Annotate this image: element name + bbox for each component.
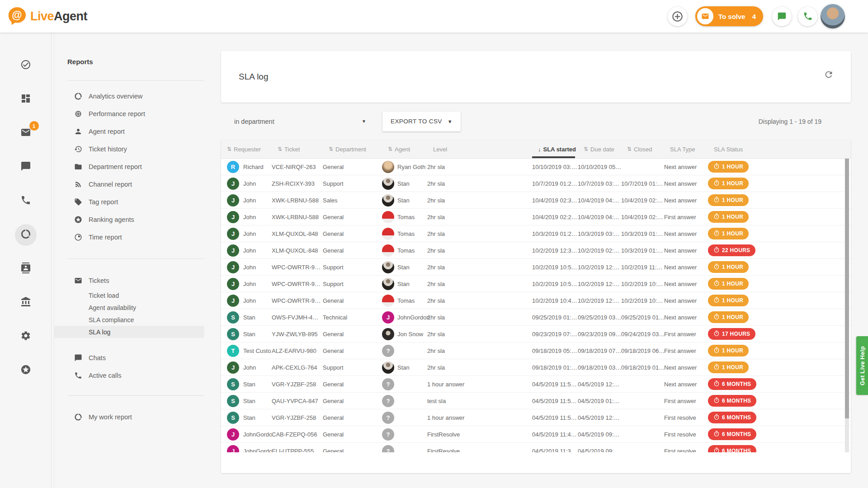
scrollbar-thumb[interactable] [845,159,849,418]
cell-level: 2hr sla [427,247,532,254]
cell-due-date: 10/2/2019 12:… [578,281,621,287]
rail-item-company[interactable] [15,292,37,314]
cell-ticket: ELI-UTPPP-555 [272,448,323,453]
refresh-button[interactable] [821,67,836,82]
column-header-sla-type[interactable]: SLA Type [664,140,708,158]
sidebar-item-agent-report[interactable]: Agent report [54,122,204,140]
column-header-ticket[interactable]: ⇅Ticket [272,140,323,158]
cell-sla-type: Next answer [664,247,708,254]
rail-item-settings[interactable] [15,326,37,347]
divider [67,258,204,259]
sla-status-badge: 22 HOURS [708,244,755,256]
cell-sla-type: First resolve [664,414,708,421]
table-row[interactable]: JJohnXLM-QUXOL-848GeneralTomas2hr sla10/… [221,242,851,259]
table-row[interactable]: JJohnGordoELI-UTPPP-555General?FirstReso… [221,443,851,452]
sidebar-item-channel-report[interactable]: Channel report [54,175,204,193]
sidebar-item-chats[interactable]: Chats [54,349,204,366]
column-header-due-date[interactable]: ⇅Due date [578,140,621,158]
call-button[interactable] [798,7,817,26]
sidebar-item-tickets[interactable]: Tickets [54,272,204,289]
table-row[interactable]: JJohnXWK-LRBNU-588GeneralTomas2hr sla10/… [221,209,851,225]
column-header-agent[interactable]: ⇅Agent [382,140,427,158]
sla-status-badge: 1 HOUR [708,178,749,189]
sidebar-item-analytics-overview[interactable]: Analytics overview [54,87,204,105]
cell-sla-status: 1 HOUR [708,295,851,306]
sidebar-item-active-calls[interactable]: Active calls [54,366,204,384]
rail-item-calls[interactable] [15,190,37,212]
chat-button[interactable] [772,7,792,26]
user-avatar[interactable] [821,4,845,28]
requester-avatar: S [227,328,239,340]
table-row[interactable]: JJohnXLM-QUXOL-848GeneralTomas2hr sla10/… [221,225,851,242]
cell-sla-type: Next answer [664,281,708,287]
rail-item-resolve[interactable] [15,55,37,76]
cell-requester: SStan [221,412,272,424]
column-header-department[interactable]: ⇅Department [323,140,382,158]
column-header-closed[interactable]: ⇅Closed [621,140,664,158]
timer-icon [713,197,720,204]
export-csv-button[interactable]: EXPORT TO CSV ▼ [382,112,461,131]
sidebar-item-time-report[interactable]: Time report [54,228,204,246]
rail-item-contacts[interactable] [15,258,37,280]
agent-avatar [382,228,394,240]
cell-sla-status: 1 HOUR [708,361,851,373]
cell-ticket: WPC-OWRTR-9… [272,297,323,304]
cell-department: General [323,331,382,338]
sidebar-item-ranking-agents[interactable]: Ranking agents [54,211,204,228]
agent-avatar [382,244,394,257]
table-row[interactable]: SStanYJW-ZWLYB-895GeneralJon Snow2hr sla… [221,326,851,343]
department-filter-select[interactable]: in department ▼ [234,118,366,125]
cell-requester: JJohn [221,211,272,223]
cell-due-date: 04/5/2019 12:… [578,381,621,388]
rail-item-favorites[interactable] [15,360,37,381]
requester-avatar: R [227,161,239,173]
sidebar-item-performance-report[interactable]: Performance report [54,105,204,122]
chevron-down-icon: ▼ [362,119,366,124]
table-row[interactable]: SStanVGR-YJZBF-258General?1 hour answer0… [221,376,851,393]
cell-department: General [323,347,382,354]
rail-item-reports[interactable] [15,224,37,246]
dashboard-icon [20,93,31,106]
column-header-level[interactable]: Level [427,140,532,158]
sidebar-item-agent-availability[interactable]: Agent availability [54,301,204,314]
rail-item-dashboard[interactable] [15,89,37,110]
table-row[interactable]: SStanQAU-YVPCA-847General?test sla04/5/2… [221,393,851,409]
table-row[interactable]: SStanOWS-FVJMH-4…TechnicalJJohnGordon2hr… [221,309,851,326]
sidebar-item-sla-log[interactable]: SLA log [54,326,204,338]
toolbar: in department ▼ EXPORT TO CSV ▼ Displayi… [221,103,851,140]
column-header-sla-status[interactable]: SLA Status [708,140,851,158]
cell-sla-status: 6 MONTHS [708,445,851,452]
cell-department: General [323,247,382,254]
rail-item-tickets[interactable]: 1 [15,122,37,144]
table-row[interactable]: JJohnGordoCAB-FZEPQ-056General?FirstReso… [221,426,851,443]
cell-requester: SStan [221,328,272,340]
table-row[interactable]: JJohnWPC-OWRTR-9…GeneralTomas2hr sla10/2… [221,292,851,309]
sidebar-item-ticket-load[interactable]: Ticket load [54,289,204,301]
table-row[interactable]: JJohnWPC-OWRTR-9…SupportStan2hr sla10/2/… [221,259,851,276]
table-row[interactable]: RRichardVCE-NIRQF-263GeneralRyan Goth2hr… [221,159,851,175]
star-circle-icon [20,364,31,377]
cell-closed: 09/18/2019 01… [621,364,664,371]
add-button[interactable] [668,7,687,26]
cell-closed: 10/3/2019 01:… [621,247,664,254]
column-header-sla-started[interactable]: ↓SLA started [532,140,578,158]
sidebar-item-my-work-report[interactable]: My work report [54,408,204,426]
table-row[interactable]: JJohnAPK-CEXLG-764SupportStan2hr sla09/1… [221,359,851,376]
sidebar-item-department-report[interactable]: Department report [54,158,204,175]
logo-wordmark: LiveAgent [30,9,87,23]
table-row[interactable]: JJohnZSH-RCIXY-393SupportStan2hr sla10/7… [221,175,851,192]
live-help-tab[interactable]: Get Live Help [856,336,868,395]
sidebar-item-tag-report[interactable]: Tag report [54,193,204,211]
table-row[interactable]: TTest CustoALZ-EARVU-980General?2hr sla0… [221,343,851,359]
table-row[interactable]: JJohnXWK-LRBNU-588SalesStan2hr sla10/4/2… [221,192,851,209]
table-row[interactable]: JJohnWPC-OWRTR-9…SupportStan2hr sla10/2/… [221,276,851,292]
sidebar-item-sla-compliance[interactable]: SLA compliance [54,314,204,326]
cell-sla-started: 10/3/2019 01:2… [532,230,578,237]
sidebar-item-ticket-history[interactable]: Ticket history [54,140,204,158]
cell-agent: Stan [382,194,427,206]
table-scrollbar[interactable] [845,159,849,452]
column-header-requester[interactable]: ⇅Requester [221,140,272,158]
table-row[interactable]: SStanVGR-YJZBF-258General?1 hour answer0… [221,409,851,426]
rail-item-chats[interactable] [15,156,37,178]
to-solve-button[interactable]: To solve 4 [695,6,763,26]
